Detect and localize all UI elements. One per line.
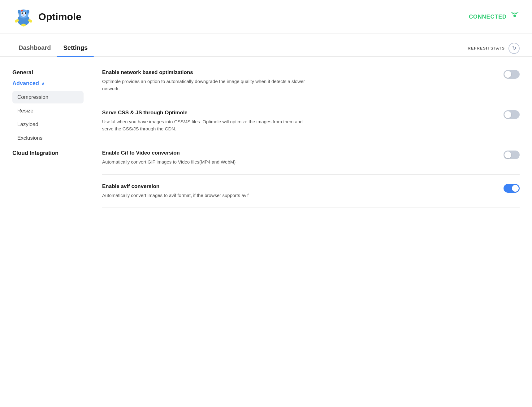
connection-status: CONNECTED (469, 12, 520, 22)
sidebar-general-title: General (12, 69, 84, 76)
sidebar: General Advanced ∧ Compression Resize La… (12, 69, 93, 208)
toggle-css-js-slider (504, 110, 520, 119)
toggle-css-js[interactable] (504, 110, 520, 119)
settings-item-text-gif-video: Enable Gif to Video conversion Automatic… (102, 150, 497, 166)
connected-label: CONNECTED (469, 14, 507, 20)
svg-point-9 (23, 15, 24, 15)
svg-point-13 (21, 24, 26, 27)
settings-content: Enable network based optimizations Optim… (93, 69, 520, 208)
sidebar-sub-lazyload[interactable]: Lazyload (12, 118, 84, 131)
toggle-avif-slider (504, 184, 520, 193)
sidebar-sub-compression[interactable]: Compression (12, 91, 84, 103)
settings-item-gif-video: Enable Gif to Video conversion Automatic… (102, 141, 520, 175)
tab-settings[interactable]: Settings (57, 40, 94, 56)
settings-item-text-css-js: Serve CSS & JS through Optimole Useful w… (102, 110, 497, 132)
svg-point-7 (21, 12, 23, 14)
main-layout: General Advanced ∧ Compression Resize La… (0, 57, 532, 220)
chevron-up-icon: ∧ (41, 81, 45, 86)
setting-desc-avif: Automatically convert images to avif for… (102, 192, 313, 199)
settings-item-css-js: Serve CSS & JS through Optimole Useful w… (102, 101, 520, 141)
app-header: Optimole CONNECTED (0, 0, 532, 34)
toggle-network-opt-slider (504, 70, 520, 79)
settings-item-text-network-opt: Enable network based optimizations Optim… (102, 69, 497, 92)
sidebar-sub-resize[interactable]: Resize (12, 105, 84, 117)
sidebar-sub-exclusions[interactable]: Exclusions (12, 132, 84, 144)
setting-desc-network-opt: Optimole provides an option to automatic… (102, 78, 313, 92)
svg-point-8 (25, 12, 26, 14)
setting-desc-gif-video: Automatically convert GIF images to Vide… (102, 159, 313, 166)
svg-point-2 (18, 10, 20, 14)
tabs-actions: REFRESH STATS ↻ (468, 43, 520, 54)
setting-title-css-js: Serve CSS & JS through Optimole (102, 110, 497, 116)
setting-title-network-opt: Enable network based optimizations (102, 69, 497, 76)
tabs-bar: Dashboard Settings REFRESH STATS ↻ (0, 40, 532, 57)
logo-mascot-icon (12, 6, 35, 28)
sidebar-advanced-item[interactable]: Advanced ∧ (12, 80, 84, 87)
sidebar-cloud-integration-title: Cloud Integration (12, 150, 84, 156)
settings-item-avif: Enable avif conversion Automatically con… (102, 175, 520, 208)
toggle-gif-video[interactable] (504, 151, 520, 159)
settings-item-network-opt: Enable network based optimizations Optim… (102, 69, 520, 101)
signal-icon (510, 12, 520, 22)
settings-item-text-avif: Enable avif conversion Automatically con… (102, 183, 497, 199)
svg-point-14 (513, 15, 516, 17)
setting-title-gif-video: Enable Gif to Video conversion (102, 150, 497, 156)
refresh-stats-button[interactable]: ↻ (508, 43, 520, 54)
setting-title-avif: Enable avif conversion (102, 183, 497, 190)
refresh-stats-label: REFRESH STATS (468, 46, 505, 50)
toggle-gif-video-slider (504, 151, 520, 159)
refresh-icon: ↻ (512, 45, 516, 51)
app-title: Optimole (38, 11, 81, 23)
svg-point-3 (27, 10, 29, 14)
logo-container: Optimole (12, 6, 81, 28)
setting-desc-css-js: Useful when you have images into CSS/JS … (102, 118, 313, 132)
toggle-avif[interactable] (504, 184, 520, 193)
tab-dashboard[interactable]: Dashboard (12, 40, 57, 56)
advanced-label: Advanced (12, 80, 39, 87)
toggle-network-opt[interactable] (504, 70, 520, 79)
